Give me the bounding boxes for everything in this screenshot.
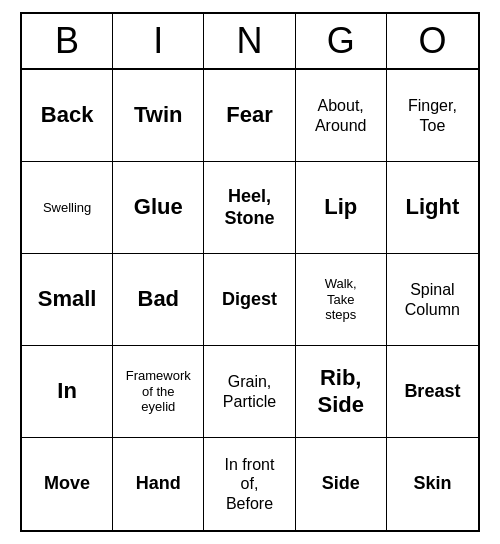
bingo-cell: Grain,Particle [204,346,295,438]
bingo-cell: Move [22,438,113,530]
bingo-cell: Side [296,438,387,530]
bingo-cell: Back [22,70,113,162]
bingo-cell: Lip [296,162,387,254]
bingo-cell: Bad [113,254,204,346]
header-letter: I [113,14,204,68]
bingo-header: BINGO [22,14,478,70]
bingo-cell: Light [387,162,478,254]
header-letter: G [296,14,387,68]
header-letter: B [22,14,113,68]
bingo-cell: Frameworkof theeyelid [113,346,204,438]
header-letter: O [387,14,478,68]
bingo-cell: Rib,Side [296,346,387,438]
bingo-cell: Twin [113,70,204,162]
bingo-cell: Heel,Stone [204,162,295,254]
bingo-cell: Breast [387,346,478,438]
bingo-cell: Swelling [22,162,113,254]
bingo-cell: Glue [113,162,204,254]
bingo-cell: Finger,Toe [387,70,478,162]
header-letter: N [204,14,295,68]
bingo-cell: Fear [204,70,295,162]
bingo-cell: In frontof,Before [204,438,295,530]
bingo-cell: Skin [387,438,478,530]
bingo-cell: Hand [113,438,204,530]
bingo-cell: Digest [204,254,295,346]
bingo-cell: About,Around [296,70,387,162]
bingo-cell: In [22,346,113,438]
bingo-cell: Walk,Takesteps [296,254,387,346]
bingo-card: BINGO BackTwinFearAbout,AroundFinger,Toe… [20,12,480,532]
bingo-grid: BackTwinFearAbout,AroundFinger,ToeSwelli… [22,70,478,530]
bingo-cell: Small [22,254,113,346]
bingo-cell: SpinalColumn [387,254,478,346]
